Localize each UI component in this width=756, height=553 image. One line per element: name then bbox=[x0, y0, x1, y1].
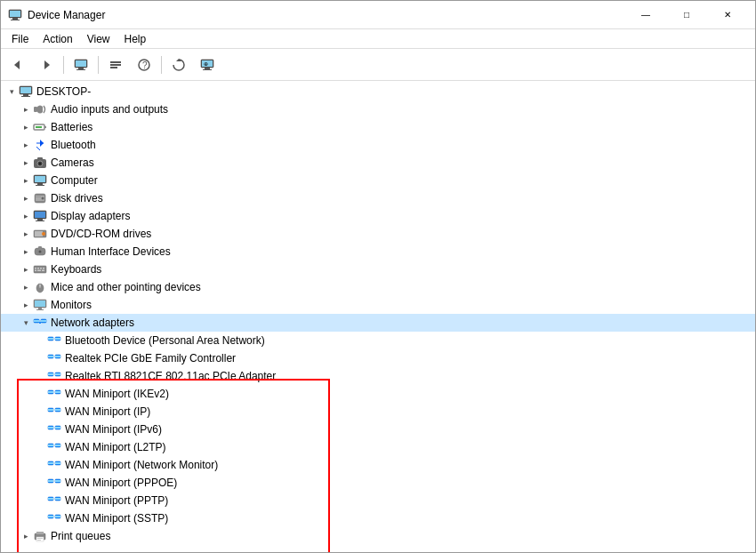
help-icon: ? bbox=[137, 58, 151, 72]
menu-view[interactable]: View bbox=[80, 29, 117, 49]
bluetooth-label: Bluetooth bbox=[51, 139, 96, 151]
svg-rect-1 bbox=[10, 11, 20, 17]
svg-point-52 bbox=[39, 251, 42, 253]
toolbar: ? ⊕ bbox=[1, 49, 755, 81]
svg-rect-48 bbox=[35, 231, 43, 236]
toolbar-separator-2 bbox=[98, 56, 99, 74]
svg-rect-25 bbox=[34, 107, 37, 112]
root-expander[interactable] bbox=[4, 84, 19, 99]
svg-rect-69 bbox=[34, 320, 39, 322]
wan-nm-icon bbox=[47, 458, 61, 472]
bt-pan-label: Bluetooth Device (Personal Area Network) bbox=[65, 334, 265, 347]
disk-label: Disk drives bbox=[51, 192, 103, 204]
wan-ikev2-icon bbox=[47, 387, 61, 401]
maximize-button[interactable]: □ bbox=[666, 1, 707, 29]
show-all-button[interactable] bbox=[68, 52, 94, 77]
scan-button[interactable]: ⊕ bbox=[194, 52, 221, 77]
keyboards-icon bbox=[33, 262, 47, 276]
svg-rect-100 bbox=[55, 445, 60, 446]
svg-rect-76 bbox=[55, 338, 60, 340]
monitors-label: Monitors bbox=[51, 299, 92, 311]
svg-text:?: ? bbox=[142, 60, 148, 70]
tree-item-mice[interactable]: Mice and other pointing devices bbox=[1, 278, 755, 296]
tree-item-wan-ip[interactable]: WAN Miniport (IP) bbox=[1, 403, 755, 421]
back-button[interactable] bbox=[4, 52, 31, 77]
update-icon bbox=[172, 58, 186, 72]
forward-button[interactable] bbox=[33, 52, 60, 77]
tree-item-cameras[interactable]: Cameras bbox=[1, 154, 755, 172]
tree-item-wan-ikev2[interactable]: WAN Miniport (IKEv2) bbox=[1, 385, 755, 403]
bluetooth-icon bbox=[33, 138, 47, 152]
menu-file[interactable]: File bbox=[4, 29, 36, 49]
wan-ip-label: WAN Miniport (IP) bbox=[65, 405, 150, 418]
audio-expander[interactable] bbox=[19, 102, 33, 116]
tree-item-bluetooth[interactable]: Bluetooth bbox=[1, 136, 755, 154]
batteries-expander[interactable] bbox=[19, 120, 33, 134]
content-area: DESKTOP- Audio inputs and outputs bbox=[1, 81, 755, 552]
display-expander[interactable] bbox=[19, 209, 33, 223]
svg-point-41 bbox=[42, 197, 44, 200]
tree-item-wan-l2tp[interactable]: WAN Miniport (L2TP) bbox=[1, 438, 755, 456]
tree-item-audio[interactable]: Audio inputs and outputs bbox=[1, 100, 755, 118]
tree-item-wan-pptp[interactable]: WAN Miniport (PPTP) bbox=[1, 492, 755, 509]
display-icon bbox=[33, 209, 47, 223]
tree-item-computer[interactable]: Computer bbox=[1, 172, 755, 189]
tree-item-realtek-wifi[interactable]: Realtek RTL8821CE 802.11ac PCIe Adapter bbox=[1, 367, 755, 385]
menu-action[interactable]: Action bbox=[36, 29, 79, 49]
audio-label: Audio inputs and outputs bbox=[51, 103, 168, 116]
tree-item-wan-ipv6[interactable]: WAN Miniport (IPv6) bbox=[1, 421, 755, 438]
tree-item-display[interactable]: Display adapters bbox=[1, 207, 755, 225]
svg-rect-98 bbox=[48, 445, 53, 446]
network-icon bbox=[33, 316, 47, 330]
toolbar-separator-1 bbox=[63, 56, 64, 74]
tree-item-batteries[interactable]: Batteries bbox=[1, 118, 755, 136]
svg-rect-71 bbox=[41, 320, 46, 322]
tree-item-wan-sstp[interactable]: WAN Miniport (SSTP) bbox=[1, 509, 755, 527]
svg-point-63 bbox=[39, 285, 41, 287]
svg-rect-2 bbox=[12, 18, 18, 20]
tree-view[interactable]: DESKTOP- Audio inputs and outputs bbox=[1, 81, 755, 552]
properties-button[interactable] bbox=[102, 52, 129, 77]
hid-expander[interactable] bbox=[19, 244, 33, 259]
svg-marker-4 bbox=[14, 60, 20, 69]
menu-help[interactable]: Help bbox=[117, 29, 154, 49]
svg-rect-58 bbox=[35, 270, 36, 272]
mice-icon bbox=[33, 280, 47, 294]
tree-item-monitors[interactable]: Monitors bbox=[1, 296, 755, 314]
keyboards-expander[interactable] bbox=[19, 262, 33, 276]
tree-item-network[interactable]: Network adapters bbox=[1, 314, 755, 332]
tree-root[interactable]: DESKTOP- bbox=[1, 83, 755, 100]
computer-expander[interactable] bbox=[19, 173, 33, 188]
bluetooth-expander[interactable] bbox=[19, 138, 33, 152]
tree-item-realtek-gbe[interactable]: Realtek PCIe GbE Family Controller bbox=[1, 349, 755, 367]
mice-expander[interactable] bbox=[19, 280, 33, 294]
print-expander[interactable] bbox=[19, 529, 33, 543]
tree-item-print[interactable]: Print queues bbox=[1, 527, 755, 545]
tree-item-wan-pppoe[interactable]: WAN Miniport (PPPOE) bbox=[1, 474, 755, 492]
wan-ipv6-label: WAN Miniport (IPv6) bbox=[65, 423, 162, 436]
monitors-expander[interactable] bbox=[19, 298, 33, 312]
svg-rect-42 bbox=[36, 196, 41, 197]
title-bar-left: Device Manager bbox=[8, 8, 105, 22]
tree-item-disk[interactable]: Disk drives bbox=[1, 189, 755, 207]
audio-icon bbox=[33, 102, 47, 116]
cameras-expander[interactable] bbox=[19, 156, 33, 170]
tree-item-wan-nm[interactable]: WAN Miniport (Network Monitor) bbox=[1, 456, 755, 474]
disk-expander[interactable] bbox=[19, 191, 33, 205]
tree-item-keyboards[interactable]: Keyboards bbox=[1, 260, 755, 278]
device-manager-window: Device Manager — □ ✕ File Action View He… bbox=[0, 0, 756, 553]
svg-point-33 bbox=[39, 163, 42, 165]
close-button[interactable]: ✕ bbox=[707, 1, 748, 29]
tree-item-hid[interactable]: Human Interface Devices bbox=[1, 243, 755, 260]
computer-icon2 bbox=[33, 173, 47, 188]
minimize-button[interactable]: — bbox=[625, 1, 666, 29]
update-button[interactable] bbox=[165, 52, 192, 77]
tree-item-bt-pan[interactable]: Bluetooth Device (Personal Area Network) bbox=[1, 332, 755, 349]
dvd-expander[interactable] bbox=[19, 227, 33, 241]
network-expander[interactable] bbox=[19, 316, 33, 330]
svg-marker-5 bbox=[44, 60, 50, 69]
tree-item-dvd[interactable]: DVD/CD-ROM drives bbox=[1, 225, 755, 243]
help-button[interactable]: ? bbox=[131, 52, 157, 77]
print-icon bbox=[33, 529, 47, 543]
realtek-wifi-icon bbox=[47, 369, 61, 383]
